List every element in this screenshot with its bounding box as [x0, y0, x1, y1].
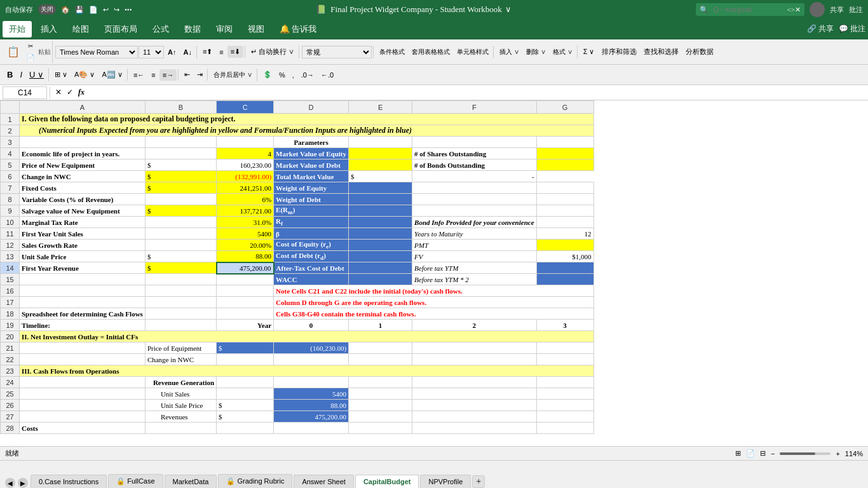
- font-shrink-button[interactable]: A↓: [180, 46, 194, 58]
- comment-link[interactable]: 💬 批注: [839, 24, 865, 34]
- col-header-f[interactable]: F: [412, 101, 537, 114]
- r19-c[interactable]: Year: [217, 320, 274, 331]
- r7-e[interactable]: [349, 182, 412, 194]
- r27-d[interactable]: 475,200.00: [274, 411, 349, 423]
- row1-merged[interactable]: I. Given the following data on proposed …: [20, 114, 594, 125]
- menu-help[interactable]: 🔔 告诉我: [273, 21, 323, 37]
- r24-f[interactable]: [412, 377, 537, 388]
- r24-b[interactable]: Revenue Generation: [145, 377, 216, 388]
- r14-g[interactable]: [536, 262, 593, 274]
- r8-c[interactable]: 6%: [217, 194, 274, 205]
- delete-button[interactable]: 删除 ∨: [523, 46, 549, 58]
- cell-style-button[interactable]: 单元格样式: [454, 46, 492, 58]
- r4-e[interactable]: [349, 148, 412, 159]
- r5-g[interactable]: [536, 159, 593, 171]
- r18-note[interactable]: Cells G38-G40 contain the terminal cash …: [274, 308, 593, 320]
- r25-e[interactable]: [349, 388, 412, 400]
- redo-icon[interactable]: ↪: [114, 6, 119, 14]
- menu-view[interactable]: 视图: [241, 21, 271, 37]
- share-button[interactable]: 共享: [830, 5, 844, 15]
- r12-c[interactable]: 20.00%: [217, 240, 274, 251]
- analyze-button[interactable]: 分析数据: [682, 45, 717, 58]
- r3-b[interactable]: [145, 137, 216, 148]
- r7-c[interactable]: 241,251.00: [217, 182, 274, 194]
- r28-c[interactable]: [217, 423, 274, 434]
- r15-d[interactable]: WACC: [274, 274, 349, 285]
- cancel-icon[interactable]: ✕: [53, 88, 64, 97]
- r18-a[interactable]: Spreadsheet for determining Cash Flows: [20, 308, 146, 320]
- r22-a[interactable]: [20, 354, 146, 365]
- r21-a[interactable]: [20, 342, 146, 354]
- more-icon[interactable]: •••: [125, 6, 132, 13]
- r17-a[interactable]: [20, 297, 146, 308]
- r28-d[interactable]: [274, 423, 349, 434]
- r4-a[interactable]: Economic life of project in years.: [20, 148, 146, 159]
- align-top-button[interactable]: ≡⬆: [200, 46, 215, 58]
- r19-f[interactable]: 2: [412, 320, 537, 331]
- r3-g[interactable]: [536, 137, 593, 148]
- r17-b[interactable]: [145, 297, 216, 308]
- r15-e[interactable]: [349, 274, 412, 285]
- r28-b[interactable]: [145, 423, 216, 434]
- r26-f[interactable]: [412, 400, 537, 411]
- r8-e[interactable]: [349, 194, 412, 205]
- r7-a[interactable]: Fixed Costs: [20, 182, 146, 194]
- r5-d[interactable]: Market Value of Debt: [274, 159, 349, 171]
- r14-a[interactable]: First Year Revenue: [20, 262, 146, 274]
- r10-e[interactable]: [349, 217, 412, 228]
- r6-b[interactable]: $: [145, 171, 216, 182]
- r6-c[interactable]: (132,991.00): [217, 171, 274, 182]
- confirm-icon[interactable]: ✓: [64, 88, 76, 97]
- copy-button[interactable]: 📄: [24, 52, 37, 63]
- r19-e[interactable]: 1: [349, 320, 412, 331]
- font-color-button[interactable]: A🔤 ∨: [98, 69, 125, 81]
- r3-a[interactable]: [20, 137, 146, 148]
- r24-g[interactable]: [536, 377, 593, 388]
- col-header-a[interactable]: A: [20, 101, 146, 114]
- align-middle-button[interactable]: ≡: [216, 46, 226, 58]
- r14-e[interactable]: [349, 262, 412, 274]
- r10-g[interactable]: [536, 217, 593, 228]
- font-size-select[interactable]: 11: [139, 46, 164, 58]
- r9-e[interactable]: [349, 205, 412, 217]
- r16-b[interactable]: [145, 285, 216, 297]
- col-header-g[interactable]: G: [536, 101, 593, 114]
- menu-layout[interactable]: 页面布局: [98, 21, 144, 37]
- h-align-center-button[interactable]: ≡: [148, 69, 158, 81]
- format-button[interactable]: 格式 ∨: [550, 46, 576, 58]
- r24-c[interactable]: [217, 377, 274, 388]
- r25-c[interactable]: [217, 388, 274, 400]
- r12-g[interactable]: [536, 240, 593, 251]
- percent-button[interactable]: %: [276, 69, 288, 81]
- r19-a[interactable]: Timeline:: [20, 320, 146, 331]
- r5-c[interactable]: 160,230.00: [217, 159, 274, 171]
- r10-d[interactable]: Rf: [274, 217, 349, 228]
- r27-a[interactable]: [20, 411, 146, 423]
- r9-b[interactable]: $: [145, 205, 216, 217]
- r14-b[interactable]: $: [145, 262, 216, 274]
- r11-g[interactable]: 12: [536, 228, 593, 240]
- r28-a[interactable]: Costs: [20, 423, 146, 434]
- r8-b[interactable]: [145, 194, 216, 205]
- r5-f[interactable]: # of Bonds Outstanding: [412, 159, 537, 171]
- r10-a[interactable]: Marginal Tax Rate: [20, 217, 146, 228]
- r25-f[interactable]: [412, 388, 537, 400]
- underline-button[interactable]: U ∨: [26, 68, 47, 81]
- r19-g[interactable]: 3: [536, 320, 593, 331]
- r3-e[interactable]: [349, 137, 412, 148]
- r14-f[interactable]: Before tax YTM: [412, 262, 537, 274]
- r26-e[interactable]: [349, 400, 412, 411]
- r11-e[interactable]: [349, 228, 412, 240]
- r27-g[interactable]: [536, 411, 593, 423]
- r9-g[interactable]: [536, 205, 593, 217]
- comma-button[interactable]: ,: [289, 69, 297, 81]
- r25-b[interactable]: Unit Sales: [145, 388, 216, 400]
- r13-e[interactable]: [349, 251, 412, 262]
- r26-d[interactable]: 88.00: [274, 400, 349, 411]
- r12-b[interactable]: [145, 240, 216, 251]
- paste-button[interactable]: 📋: [4, 44, 23, 60]
- h-align-right-button[interactable]: ≡→: [159, 69, 177, 81]
- r20-merged[interactable]: II. Net Investment Outlay = Initial CFs: [20, 331, 594, 342]
- r25-g[interactable]: [536, 388, 593, 400]
- r21-g[interactable]: [536, 342, 593, 354]
